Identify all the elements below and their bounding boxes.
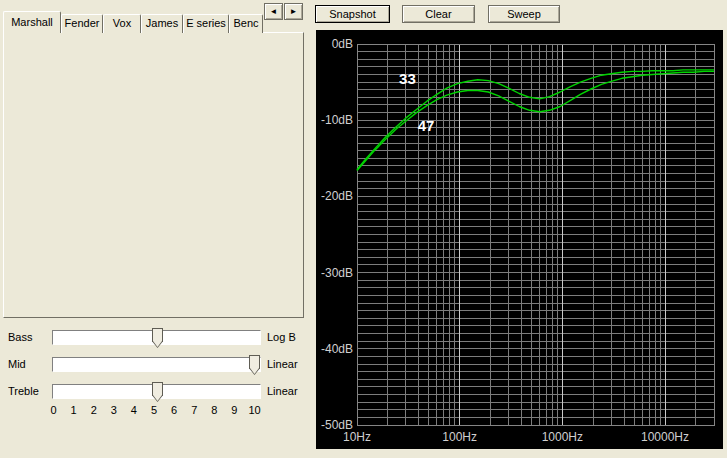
scale-tick-3: 3 — [104, 404, 124, 416]
scale-tick-2: 2 — [84, 404, 104, 416]
scale-tick-7: 7 — [184, 404, 204, 416]
y-axis-label: -40dB — [316, 342, 353, 356]
y-axis-label: -10dB — [316, 113, 353, 127]
mid-slider-thumb[interactable] — [249, 355, 260, 375]
x-axis-label: 10Hz — [322, 430, 392, 444]
x-axis-label: 100Hz — [425, 430, 495, 444]
scale-tick-1: 1 — [64, 404, 84, 416]
clear-button[interactable]: Clear — [402, 5, 475, 23]
slider-scale: 0 1 2 3 4 5 6 7 8 9 10 — [0, 404, 306, 417]
treble-slider-thumb[interactable] — [152, 382, 163, 402]
snapshot-button[interactable]: Snapshot — [315, 5, 390, 23]
treble-label: Treble — [8, 385, 39, 397]
curve-label-33: 33 — [399, 70, 416, 87]
bass-slider-thumb[interactable] — [152, 328, 163, 348]
bass-label: Bass — [8, 331, 32, 343]
tab-e-series[interactable]: E series — [183, 14, 229, 33]
bass-taper-label: Log B — [267, 331, 296, 343]
tab-james[interactable]: James — [141, 14, 183, 33]
y-axis-label: -20dB — [316, 189, 353, 203]
scale-tick-5: 5 — [144, 404, 164, 416]
mid-label: Mid — [8, 358, 26, 370]
treble-taper-label: Linear — [267, 385, 298, 397]
scale-tick-10: 10 — [245, 404, 265, 416]
scale-tick-0: 0 — [44, 404, 64, 416]
sweep-button[interactable]: Sweep — [488, 5, 560, 23]
tab-page-marshall — [3, 32, 304, 318]
mid-taper-label: Linear — [267, 358, 298, 370]
tab-vox[interactable]: Vox — [103, 14, 141, 33]
plot-canvas: 3347 — [316, 30, 723, 449]
scale-tick-4: 4 — [124, 404, 144, 416]
bass-slider-track[interactable] — [52, 330, 261, 345]
tab-fender[interactable]: Fender — [61, 14, 103, 33]
scale-tick-8: 8 — [204, 404, 224, 416]
y-axis-label: -30dB — [316, 266, 353, 280]
x-axis-label: 1000Hz — [527, 430, 597, 444]
tab-bench[interactable]: Benc — [229, 14, 263, 33]
mid-slider-track[interactable] — [52, 357, 261, 372]
curve-label-47: 47 — [418, 117, 435, 134]
x-axis-label: 10000Hz — [630, 430, 700, 444]
scale-tick-9: 9 — [224, 404, 244, 416]
tone-stack-calculator-window: { "tabs": { "active_index": 0, "items": … — [0, 0, 727, 458]
tab-marshall[interactable]: Marshall — [3, 11, 61, 33]
tone-stack-tab-bar: Marshall Fender Vox James E series Benc — [3, 11, 306, 33]
treble-slider-track[interactable] — [52, 384, 261, 399]
frequency-response-plot: 3347 0dB-10dB-20dB-30dB-40dB-50dB 10Hz10… — [316, 30, 723, 449]
y-axis-label: 0dB — [316, 37, 353, 51]
scale-tick-6: 6 — [164, 404, 184, 416]
